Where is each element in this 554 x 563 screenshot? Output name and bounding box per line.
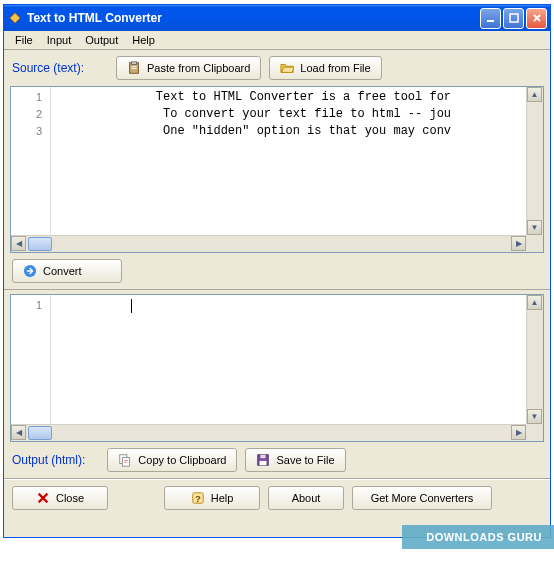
help-button[interactable]: ? Help (164, 486, 260, 510)
about-button[interactable]: About (268, 486, 344, 510)
folder-open-icon (280, 61, 294, 75)
source-label: Source (text): (12, 61, 84, 75)
source-horizontal-scrollbar[interactable]: ◀ ▶ (11, 235, 543, 252)
text-cursor (131, 299, 132, 313)
svg-rect-2 (510, 14, 518, 22)
menu-file[interactable]: File (8, 32, 40, 48)
svg-rect-5 (131, 66, 136, 67)
app-icon (7, 10, 23, 26)
result-code[interactable] (51, 295, 543, 441)
svg-rect-6 (131, 68, 136, 69)
output-label: Output (html): (12, 453, 85, 467)
result-vertical-scrollbar[interactable]: ▲ ▼ (526, 295, 543, 424)
svg-rect-4 (131, 62, 136, 65)
get-more-converters-button[interactable]: Get More Converters (352, 486, 492, 510)
source-code[interactable]: Text to HTML Converter is a free tool fo… (51, 87, 543, 252)
footer-toolbar: Close ? Help About Get More Converters (4, 479, 550, 516)
svg-rect-14 (260, 461, 267, 465)
paste-from-clipboard-button[interactable]: Paste from Clipboard (116, 56, 261, 80)
menu-output[interactable]: Output (78, 32, 125, 48)
save-to-file-button[interactable]: Save to File (245, 448, 345, 472)
output-toolbar: Output (html): Copy to Clipboard Save to… (4, 442, 550, 479)
scroll-down-icon[interactable]: ▼ (527, 220, 542, 235)
scroll-up-icon[interactable]: ▲ (527, 295, 542, 310)
minimize-button[interactable] (480, 8, 501, 29)
load-from-file-button[interactable]: Load from File (269, 56, 381, 80)
svg-text:?: ? (195, 493, 201, 504)
source-toolbar: Source (text): Paste from Clipboard Load… (4, 50, 550, 86)
svg-marker-0 (10, 13, 21, 24)
svg-rect-11 (124, 462, 128, 463)
source-vertical-scrollbar[interactable]: ▲ ▼ (526, 87, 543, 235)
floppy-icon (256, 453, 270, 467)
scroll-left-icon[interactable]: ◀ (11, 236, 26, 251)
scroll-thumb[interactable] (28, 426, 52, 440)
scroll-thumb[interactable] (28, 237, 52, 251)
menubar: File Input Output Help (4, 31, 550, 50)
source-editor[interactable]: 123 Text to HTML Converter is a free too… (10, 86, 544, 253)
maximize-button[interactable] (503, 8, 524, 29)
svg-rect-1 (487, 20, 494, 22)
scroll-right-icon[interactable]: ▶ (511, 236, 526, 251)
titlebar[interactable]: Text to HTML Converter (4, 5, 550, 31)
menu-help[interactable]: Help (125, 32, 162, 48)
scroll-down-icon[interactable]: ▼ (527, 409, 542, 424)
window-title: Text to HTML Converter (27, 11, 478, 25)
close-button[interactable]: Close (12, 486, 108, 510)
close-x-icon (36, 491, 50, 505)
scroll-right-icon[interactable]: ▶ (511, 425, 526, 440)
menu-input[interactable]: Input (40, 32, 78, 48)
copy-to-clipboard-button[interactable]: Copy to Clipboard (107, 448, 237, 472)
copy-icon (118, 453, 132, 467)
convert-arrow-icon (23, 264, 37, 278)
help-icon: ? (191, 491, 205, 505)
scroll-left-icon[interactable]: ◀ (11, 425, 26, 440)
clipboard-icon (127, 61, 141, 75)
watermark-overlay: DOWNLOADS GURU (402, 525, 554, 549)
svg-rect-13 (261, 455, 266, 459)
result-horizontal-scrollbar[interactable]: ◀ ▶ (11, 424, 543, 441)
app-window: Text to HTML Converter File Input Output… (3, 4, 551, 538)
convert-toolbar: Convert (4, 253, 550, 290)
svg-rect-10 (124, 460, 128, 461)
source-gutter: 123 (11, 87, 51, 252)
result-editor[interactable]: 1 ▲ ▼ ◀ ▶ (10, 294, 544, 442)
close-window-button[interactable] (526, 8, 547, 29)
scroll-up-icon[interactable]: ▲ (527, 87, 542, 102)
result-gutter: 1 (11, 295, 51, 441)
convert-button[interactable]: Convert (12, 259, 122, 283)
